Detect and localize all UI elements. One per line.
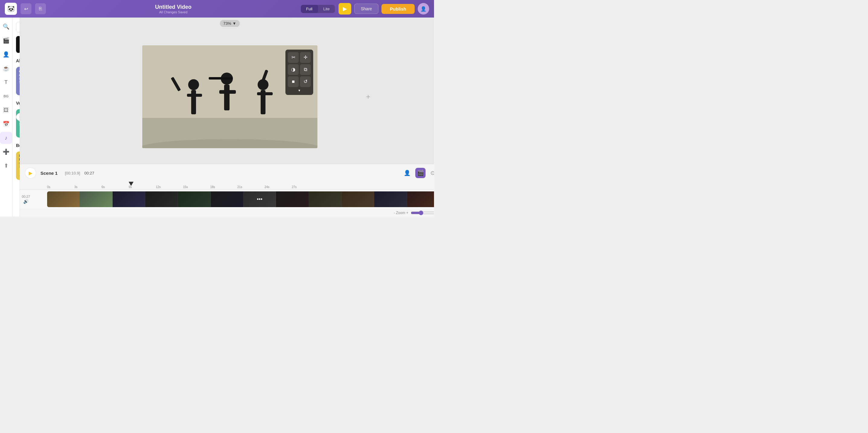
timeline-duration: 00:27 [84,171,94,175]
logo[interactable]: 🐼 [5,3,17,15]
save-status: All Changes Saved [50,10,297,14]
ruler-mark-3s: 3s [74,185,101,189]
sidebar-item-search[interactable]: 🔍 [0,21,12,33]
sidebar-item-coffee[interactable]: ☕ [0,62,12,75]
ruler-mark-18s: 18s [210,185,238,189]
vtool-replace-button[interactable]: ⧉ [300,64,311,75]
sound-effects-panel: ♩ ♫ Sound Effects ⬆ Alarm + digital-alar… [12,18,20,216]
track-timestamp: 00:27 [22,195,30,198]
timeline-scene-name: Scene 1 [40,171,58,176]
timeline-play-button[interactable]: ▶ [25,167,36,179]
ruler-mark-27s: 27s [292,185,319,189]
sound-tabs-bar: ♩ ♫ Sound Effects ⬆ [16,36,20,53]
timeline-avatar-icon[interactable]: 👤 [404,170,410,176]
timeline-scene-icon[interactable]: 🎬 [415,168,426,178]
canvas-add-scene-button[interactable]: + [366,92,370,101]
project-title: Untitled Video [50,4,297,10]
publish-button[interactable]: Publish [381,4,415,14]
ruler: 0s 3s 6s 9s 12s 15s 18s 21s 24s 27s [20,182,434,190]
mode-lite-button[interactable]: Lite [318,5,335,13]
sidebar-item-bg[interactable]: BG [0,90,12,102]
canvas-top-bar: 73% ▼ [20,18,434,29]
track-more-icon: ••• [257,196,262,203]
track-volume-icon: 🔊 [23,199,28,204]
ruler-marks: 0s 3s 6s 9s 12s 15s 18s 21s 24s 27s [47,185,319,189]
track-label: 00:27 🔊 [22,195,30,204]
video-toolbar: ✂ ✛ ◑ ⧉ ■ ↺ ▾ [285,50,313,95]
ruler-mark-0s: 0s [47,185,74,189]
mode-full-button[interactable]: Full [301,5,318,13]
sidebar-item-avatar[interactable]: 👤 [0,48,12,60]
alarm-title: Alarm [16,58,20,63]
ruler-mark-21s: 21s [238,185,265,189]
share-button[interactable]: Share [354,4,378,14]
timeline-track-area: 00:27 🔊 ••• [20,190,434,209]
vtool-contrast-button[interactable]: ◑ [288,64,299,75]
zoom-label: - Zoom + [394,211,408,215]
timeline-controls: ▶ Scene 1 [00:10.9] 00:27 👤 🎬 ⊙ [20,164,434,182]
zoom-slider[interactable] [411,210,434,215]
timeline-timecode: [00:10.9] [65,171,80,175]
icon-sidebar: 🔍 🎬 👤 ☕ T BG 🖼 📅 ♪ ➕ ⬆ [0,18,12,216]
mode-toggle: Full Lite [301,5,335,13]
vtool-move-button[interactable]: ✛ [300,52,311,63]
svg-rect-8 [224,85,229,110]
sidebar-item-media[interactable]: 🎬 [0,34,12,47]
ruler-mark-24s: 24s [265,185,292,189]
film-track[interactable]: ••• [47,192,434,207]
topbar: 🐼 ↩ ⎘ Untitled Video All Changes Saved F… [0,0,434,18]
track-row: 00:27 🔊 ••• [47,192,434,207]
svg-rect-14 [209,77,233,80]
timeline-settings-icon[interactable]: ⊙ [430,170,434,176]
sidebar-item-upload[interactable]: ⬆ [0,160,12,172]
undo-button[interactable]: ↩ [21,3,31,14]
svg-rect-12 [257,92,273,95]
vtool-cut-button[interactable]: ✂ [288,52,299,63]
redo-button[interactable]: ⎘ [35,3,46,14]
ruler-mark-12s: 12s [156,185,183,189]
video-container: ✂ ✛ ◑ ⧉ ■ ↺ ▾ + [20,29,434,164]
vtool-expand-icon: ▾ [288,88,311,92]
vehicle-title: Vehicle [16,101,20,106]
zoom-arrow-icon: ▼ [232,21,237,26]
vtool-rotate-button[interactable]: ↺ [300,76,311,87]
playhead[interactable] [129,182,133,186]
sound-card-digital-alarm[interactable]: digital-alarm 00:05 Sec ♪ [16,67,20,95]
title-section: Untitled Video All Changes Saved [50,4,297,14]
sidebar-item-image[interactable]: 🖼 [0,104,12,116]
sidebar-item-calendar[interactable]: 📅 [0,118,12,130]
canvas-area: 73% ▼ [20,18,434,216]
sidebar-item-text[interactable]: T [0,76,12,88]
vtool-stop-button[interactable]: ■ [288,76,299,87]
video-preview: ✂ ✛ ◑ ⧉ ■ ↺ ▾ [142,45,317,148]
bell-title: Bell [16,143,20,148]
ruler-mark-15s: 15s [183,185,210,189]
svg-point-3 [188,79,199,90]
svg-rect-9 [219,90,236,94]
zoom-badge[interactable]: 73% ▼ [220,20,240,27]
zoom-bar: - Zoom + [20,209,434,216]
topbar-right: ▶ Share Publish 👤 [339,3,429,15]
preview-play-button[interactable]: ▶ [339,3,351,15]
avatar[interactable]: 👤 [418,3,429,15]
sidebar-item-music[interactable]: ♪ [0,132,12,144]
ruler-mark-6s: 6s [101,185,129,189]
search-input[interactable] [16,22,20,32]
timeline-icons: 👤 🎬 ⊙ [404,168,434,178]
svg-rect-5 [187,94,202,97]
zoom-value: 73% [223,21,231,26]
sidebar-item-add[interactable]: ➕ [0,146,12,158]
sound-card-bell-loud[interactable]: bell-loud 00:01 Sec ♪ [16,151,20,180]
main-layout: 🔍 🎬 👤 ☕ T BG 🖼 📅 ♪ ➕ ⬆ ♩ ♫ Sound Effects… [0,18,434,216]
